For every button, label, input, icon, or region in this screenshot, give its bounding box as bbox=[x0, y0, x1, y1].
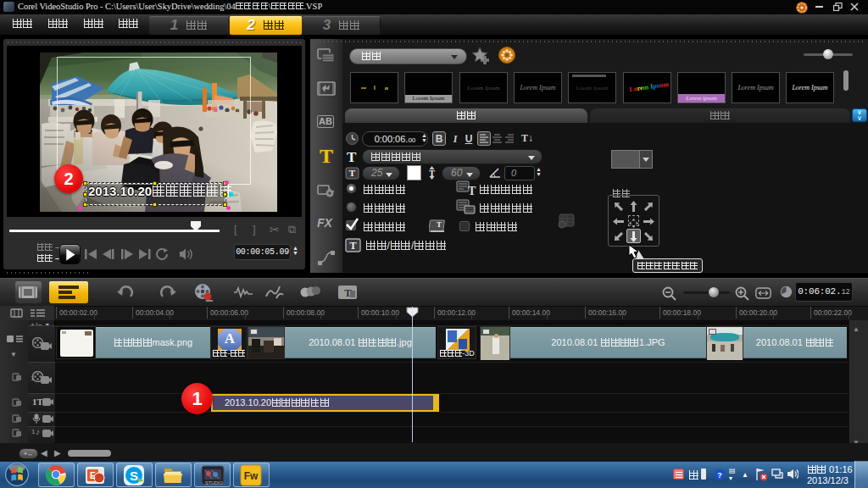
svg-text:T: T bbox=[349, 240, 356, 252]
svg-text:?: ? bbox=[717, 471, 722, 480]
svg-text:Fw: Fw bbox=[244, 470, 259, 482]
svg-text:E: E bbox=[90, 471, 96, 480]
svg-text:STUDIO: STUDIO bbox=[205, 480, 224, 485]
svg-text:T: T bbox=[468, 185, 476, 197]
svg-text:T: T bbox=[437, 220, 442, 229]
svg-text:S: S bbox=[130, 469, 138, 483]
svg-text:T: T bbox=[429, 169, 435, 178]
svg-text:T: T bbox=[349, 168, 356, 178]
